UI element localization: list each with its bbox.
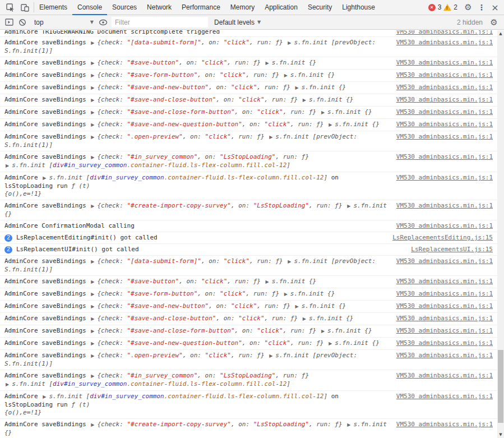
source-link[interactable]: VM530 adminbasics.min.js:1 [396, 153, 493, 161]
message-text: , on: [235, 108, 257, 116]
source-link[interactable]: VM530 adminbasics.min.js:1 [396, 327, 493, 335]
tab-application[interactable]: Application [260, 0, 303, 15]
expand-triangle-icon[interactable]: ▶ [269, 135, 272, 140]
expand-triangle-icon[interactable]: ▶ [91, 122, 94, 127]
expand-triangle-icon[interactable]: ▶ [91, 353, 94, 358]
log-levels-select[interactable]: Default levels ▼ [210, 19, 265, 26]
tab-memory[interactable]: Memory [225, 0, 260, 15]
tab-security[interactable]: Security [303, 0, 337, 15]
source-link[interactable]: VM530 adminbasics.min.js:1 [396, 315, 493, 322]
inspect-element-icon[interactable] [3, 1, 17, 14]
more-options-icon[interactable]: ⋮ [475, 1, 488, 14]
message-text: s.fn.init {} [309, 315, 353, 322]
source-link[interactable]: VM530 adminbasics.min.js:1 [396, 372, 493, 380]
expand-triangle-icon[interactable]: ▶ [303, 98, 306, 103]
expand-triangle-icon[interactable]: ▶ [6, 382, 9, 387]
vertical-scrollbar[interactable]: ▲ ▼ [497, 30, 504, 438]
console-status-badges[interactable]: × 3 ! 2 [428, 3, 457, 11]
tab-console[interactable]: Console [72, 0, 107, 15]
source-link[interactable]: VM530 adminbasics.min.js:1 [396, 257, 493, 265]
source-link[interactable]: LsReplacementsEditing.js:15 [392, 234, 493, 242]
expand-triangle-icon[interactable]: ▶ [284, 292, 288, 297]
expand-triangle-icon[interactable]: ▶ [43, 176, 46, 181]
source-link[interactable]: VM530 adminbasics.min.js:1 [396, 421, 493, 428]
source-link[interactable]: VM530 adminbasics.min.js:1 [396, 290, 493, 298]
expand-triangle-icon[interactable]: ▶ [284, 73, 288, 78]
live-expression-eye-icon[interactable] [96, 16, 110, 29]
expand-triangle-icon[interactable]: ▶ [288, 259, 291, 264]
source-link[interactable]: VM530 adminbasics.min.js:1 [396, 71, 493, 79]
expand-triangle-icon[interactable]: ▶ [329, 122, 332, 127]
settings-gear-icon[interactable]: ⚙ [461, 1, 475, 14]
source-link[interactable]: VM530 adminbasics.min.js:1 [396, 121, 493, 128]
expand-triangle-icon[interactable]: ▶ [6, 163, 9, 168]
source-link[interactable]: VM530 adminbasics.min.js:1 [396, 133, 493, 141]
expand-triangle-icon[interactable]: ▶ [266, 61, 269, 66]
expand-triangle-icon[interactable]: ▶ [347, 422, 350, 427]
source-link[interactable]: VM530 adminbasics.min.js:1 [396, 222, 493, 230]
console-settings-gear-icon[interactable]: ⚙ [487, 16, 501, 29]
console-message: AdminCore saveBindings ▶{check: "#save-a… [0, 338, 497, 350]
scroll-down-arrow-icon[interactable]: ▼ [497, 431, 504, 438]
source-link[interactable]: VM530 adminbasics.min.js:1 [396, 352, 493, 359]
scrollbar-thumb[interactable] [498, 350, 503, 423]
source-link[interactable]: VM530 adminbasics.min.js:1 [396, 39, 493, 47]
source-link[interactable]: VM530 adminbasics.min.js:1 [396, 302, 493, 310]
tab-network[interactable]: Network [142, 0, 177, 15]
expand-triangle-icon[interactable]: ▶ [303, 316, 306, 321]
expand-triangle-icon[interactable]: ▶ [91, 304, 94, 309]
console-sidebar-toggle-icon[interactable] [2, 16, 16, 29]
execution-context-select[interactable]: top ▼ [30, 19, 96, 26]
expand-triangle-icon[interactable]: ▶ [91, 73, 94, 78]
source-link[interactable]: VM530 adminbasics.min.js:1 [396, 96, 493, 104]
expand-triangle-icon[interactable]: ▶ [91, 135, 94, 140]
tab-sources[interactable]: Sources [107, 0, 142, 15]
expand-triangle-icon[interactable]: ▶ [266, 279, 269, 284]
console-message: AdminCore saveBindings ▶{check: "#create… [0, 419, 497, 438]
expand-triangle-icon[interactable]: ▶ [288, 40, 291, 45]
scroll-up-arrow-icon[interactable]: ▲ [497, 30, 504, 37]
expand-triangle-icon[interactable]: ▶ [295, 85, 299, 90]
filter-input[interactable] [112, 17, 208, 27]
expand-triangle-icon[interactable]: ▶ [91, 292, 94, 297]
expand-triangle-icon[interactable]: ▶ [91, 374, 94, 379]
expand-triangle-icon[interactable]: ▶ [321, 110, 325, 115]
source-link[interactable]: VM530 adminbasics.min.js:1 [396, 202, 493, 210]
expand-triangle-icon[interactable]: ▶ [329, 341, 332, 346]
tab-elements[interactable]: Elements [34, 0, 72, 15]
tab-lighthouse[interactable]: Lighthouse [337, 0, 380, 15]
expand-triangle-icon[interactable]: ▶ [91, 98, 94, 103]
expand-triangle-icon[interactable]: ▶ [43, 394, 46, 399]
source-link[interactable]: VM530 adminbasics.min.js:1 [396, 59, 493, 67]
expand-triangle-icon[interactable]: ▶ [91, 259, 94, 264]
expand-triangle-icon[interactable]: ▶ [91, 155, 94, 160]
expand-triangle-icon[interactable]: ▶ [91, 85, 94, 90]
source-link[interactable]: VM530 adminbasics.min.js:1 [396, 393, 493, 400]
expand-triangle-icon[interactable]: ▶ [321, 329, 325, 334]
tab-performance[interactable]: Performance [177, 0, 225, 15]
source-link[interactable]: VM530 adminbasics.min.js:1 [396, 108, 493, 116]
clear-console-icon[interactable] [16, 16, 29, 29]
message-text: s.fn.init {} [290, 71, 335, 79]
expand-triangle-icon[interactable]: ▶ [91, 329, 94, 334]
device-toolbar-icon[interactable] [18, 1, 31, 14]
expand-triangle-icon[interactable]: ▶ [91, 316, 94, 321]
close-devtools-icon[interactable]: × [488, 1, 502, 14]
source-link[interactable]: VM530 adminbasics.min.js:1 [396, 339, 493, 347]
expand-triangle-icon[interactable]: ▶ [91, 422, 94, 427]
source-link[interactable]: VM530 adminbasics.min.js:1 [396, 278, 493, 285]
expand-triangle-icon[interactable]: ▶ [91, 279, 94, 284]
expand-triangle-icon[interactable]: ▶ [91, 61, 94, 66]
source-link[interactable]: VM530 adminbasics.min.js:1 [396, 84, 493, 91]
source-link[interactable]: VM530 adminbasics.min.js:1 [396, 174, 493, 182]
expand-triangle-icon[interactable]: ▶ [91, 341, 94, 346]
console-message: AdminCore ▶s.fn.init [div#in_survey_comm… [0, 391, 497, 419]
source-link[interactable]: LsReplacementsUI.js:15 [411, 246, 493, 253]
expand-triangle-icon[interactable]: ▶ [91, 110, 94, 115]
expand-triangle-icon[interactable]: ▶ [295, 304, 299, 309]
expand-triangle-icon[interactable]: ▶ [269, 353, 272, 358]
expand-triangle-icon[interactable]: ▶ [91, 40, 94, 45]
source-link[interactable]: VM530 adminbasics.min.js:1 [396, 30, 493, 36]
expand-triangle-icon[interactable]: ▶ [91, 204, 94, 209]
expand-triangle-icon[interactable]: ▶ [347, 204, 350, 209]
